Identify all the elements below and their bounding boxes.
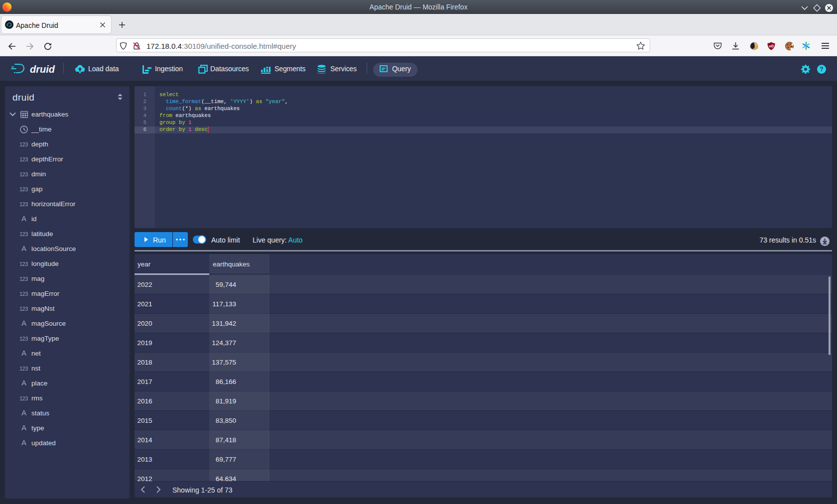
svg-text:?: ? (820, 66, 823, 73)
svg-text:uO: uO (769, 44, 774, 48)
